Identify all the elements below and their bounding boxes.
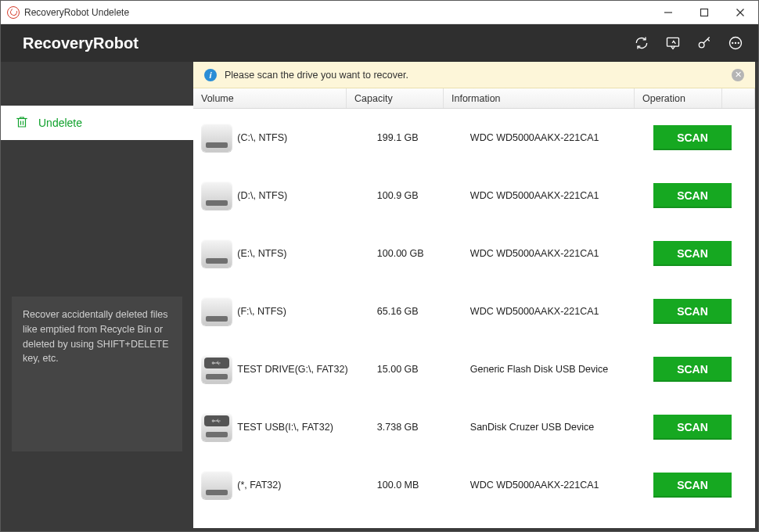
- cell-volume: (F:\, NTFS): [237, 306, 377, 317]
- cell-volume: TEST USB(I:\, FAT32): [237, 422, 377, 433]
- hdd-drive-icon: [201, 297, 232, 325]
- cell-volume: (C:\, NTFS): [237, 132, 377, 143]
- cell-capacity: 100.00 GB: [377, 248, 470, 259]
- app-header: RecoveryRobot: [1, 24, 758, 62]
- table-row: (*, FAT32)100.0 MBWDC WD5000AAKX-221CA1S…: [193, 456, 755, 514]
- cell-capacity: 15.00 GB: [377, 364, 470, 375]
- svg-point-6: [699, 42, 704, 48]
- cell-operation: SCAN: [653, 183, 747, 208]
- usb-drive-icon: [201, 413, 232, 441]
- scan-button[interactable]: SCAN: [653, 241, 732, 266]
- scan-button[interactable]: SCAN: [653, 473, 732, 498]
- sidebar: Undelete Recover accidentally deleted fi…: [1, 62, 193, 528]
- svg-point-12: [738, 43, 739, 44]
- titlebar: RecoveryRobot Undelete: [1, 1, 758, 24]
- col-information[interactable]: Information: [444, 88, 635, 108]
- hdd-drive-icon: [201, 239, 232, 268]
- drive-list: (C:\, NTFS)199.1 GBWDC WD5000AAKX-221CA1…: [193, 109, 755, 528]
- svg-point-11: [736, 43, 736, 44]
- scan-button[interactable]: SCAN: [653, 357, 732, 382]
- cell-information: WDC WD5000AAKX-221CA1: [470, 132, 653, 143]
- cell-information: WDC WD5000AAKX-221CA1: [470, 190, 653, 201]
- cell-information: SanDisk Cruzer USB Device: [470, 422, 653, 433]
- table-row: TEST DRIVE(G:\, FAT32)15.00 GBGeneric Fl…: [193, 340, 755, 398]
- col-volume[interactable]: Volume: [193, 88, 347, 108]
- svg-rect-1: [701, 9, 708, 16]
- cell-operation: SCAN: [653, 241, 747, 266]
- cell-capacity: 65.16 GB: [377, 306, 470, 317]
- cell-volume: (*, FAT32): [237, 480, 377, 491]
- cell-volume: TEST DRIVE(G:\, FAT32): [237, 364, 377, 375]
- sidebar-help-text: Recover accidentally deleted files like …: [12, 297, 182, 451]
- col-capacity[interactable]: Capacity: [347, 88, 444, 108]
- trash-icon: [15, 115, 29, 131]
- scan-button[interactable]: SCAN: [653, 299, 732, 324]
- brand-title: RecoveryRobot: [23, 34, 138, 52]
- cell-volume: (E:\, NTFS): [237, 248, 377, 259]
- usb-drive-icon: [201, 355, 232, 383]
- hdd-drive-icon: [201, 124, 232, 152]
- sidebar-item-undelete[interactable]: Undelete: [1, 106, 193, 140]
- app-window: RecoveryRobot Undelete RecoveryRobot Und…: [0, 0, 759, 532]
- close-button[interactable]: [722, 1, 758, 24]
- cell-information: Generic Flash Disk USB Device: [470, 364, 653, 375]
- info-bar: i Please scan the drive you want to reco…: [193, 62, 755, 88]
- column-header: Volume Capacity Information Operation: [193, 88, 755, 109]
- hdd-drive-icon: [201, 471, 232, 499]
- sidebar-item-label: Undelete: [38, 117, 82, 129]
- main-panel: i Please scan the drive you want to reco…: [193, 62, 755, 528]
- cell-volume: (D:\, NTFS): [237, 190, 377, 201]
- table-row: (D:\, NTFS)100.9 GBWDC WD5000AAKX-221CA1…: [193, 167, 755, 225]
- info-message: Please scan the drive you want to recove…: [225, 70, 408, 81]
- app-body: Undelete Recover accidentally deleted fi…: [1, 62, 758, 531]
- refresh-icon[interactable]: [633, 34, 650, 52]
- cell-capacity: 100.9 GB: [377, 190, 470, 201]
- cell-information: WDC WD5000AAKX-221CA1: [470, 248, 653, 259]
- scan-button[interactable]: SCAN: [653, 125, 732, 150]
- svg-point-10: [732, 43, 733, 44]
- key-icon[interactable]: [696, 34, 713, 52]
- sidebar-spacer: [1, 62, 193, 106]
- table-row: (F:\, NTFS)65.16 GBWDC WD5000AAKX-221CA1…: [193, 282, 755, 340]
- cell-operation: SCAN: [653, 357, 747, 382]
- app-logo-icon: [7, 6, 20, 19]
- col-spacer: [722, 88, 755, 108]
- more-icon[interactable]: [727, 34, 744, 52]
- cell-operation: SCAN: [653, 473, 747, 498]
- table-row: (E:\, NTFS)100.00 GBWDC WD5000AAKX-221CA…: [193, 225, 755, 282]
- hdd-drive-icon: [201, 182, 232, 210]
- table-row: TEST USB(I:\, FAT32)3.738 GBSanDisk Cruz…: [193, 398, 755, 456]
- cell-operation: SCAN: [653, 415, 747, 440]
- cell-operation: SCAN: [653, 125, 747, 150]
- info-icon: i: [204, 69, 217, 81]
- cell-capacity: 100.0 MB: [377, 480, 470, 491]
- window-controls: [650, 1, 758, 24]
- scan-button[interactable]: SCAN: [653, 415, 732, 440]
- feedback-icon[interactable]: [664, 34, 682, 52]
- col-operation[interactable]: Operation: [635, 88, 722, 108]
- window-title: RecoveryRobot Undelete: [24, 7, 129, 18]
- cell-capacity: 199.1 GB: [377, 132, 470, 143]
- cell-information: WDC WD5000AAKX-221CA1: [470, 306, 653, 317]
- minimize-button[interactable]: [650, 1, 686, 24]
- cell-capacity: 3.738 GB: [377, 422, 470, 433]
- table-row: (C:\, NTFS)199.1 GBWDC WD5000AAKX-221CA1…: [193, 109, 755, 167]
- maximize-button[interactable]: [686, 1, 722, 24]
- svg-line-8: [707, 39, 710, 41]
- scan-button[interactable]: SCAN: [653, 183, 732, 208]
- cell-operation: SCAN: [653, 299, 747, 324]
- header-actions: [633, 34, 744, 52]
- info-close-button[interactable]: ✕: [732, 69, 744, 81]
- cell-information: WDC WD5000AAKX-221CA1: [470, 480, 653, 491]
